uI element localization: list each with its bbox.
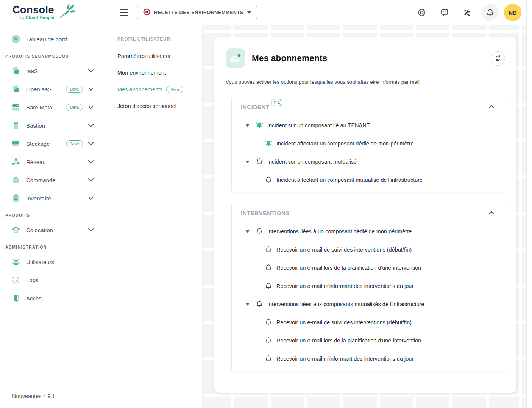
sidebar-section-title: PRODUITS <box>5 213 105 217</box>
tools-icon[interactable] <box>459 4 476 21</box>
bell-inactive-icon[interactable] <box>264 282 273 290</box>
chevron-down-icon <box>88 106 94 109</box>
bell-inactive-icon[interactable] <box>255 300 264 308</box>
sidebar-item-reseau[interactable]: Réseau <box>0 154 105 170</box>
bell-inactive-icon[interactable] <box>255 227 264 236</box>
door-icon <box>11 293 21 303</box>
chevron-down-icon <box>88 160 94 163</box>
bell-inactive-icon[interactable] <box>264 245 273 254</box>
sidebar-item-openiaas[interactable]: OpenIaaS Bêta <box>0 81 105 97</box>
sidebar-item-utilisateurs[interactable]: Utilisateurs <box>0 254 105 270</box>
page-title: Mes abonnements <box>252 53 327 63</box>
sidebar-item-logs[interactable]: Logs <box>0 272 105 288</box>
user-avatar[interactable]: NB <box>504 4 521 21</box>
chevron-down-icon <box>88 228 94 231</box>
help-lifebuoy-icon[interactable] <box>413 4 431 21</box>
cocarde-icon <box>143 8 150 17</box>
sidebar-section-title: ADMINISTRATION <box>5 245 105 249</box>
profile-submenu: PROFIL UTILISATEUR Paramètres utilisateu… <box>105 25 203 408</box>
chevron-down-icon <box>88 124 94 127</box>
bell-inactive-icon[interactable] <box>264 355 273 363</box>
users-icon <box>11 257 21 267</box>
chevron-down-icon <box>88 178 94 181</box>
notifications-bell-icon[interactable] <box>481 4 499 21</box>
refresh-button[interactable] <box>491 51 505 66</box>
incident-count-badge: 1 <box>271 99 282 106</box>
subscription-row: Incident affectant un composant mutualis… <box>232 171 505 189</box>
group-title: INTERVENTIONS <box>241 210 290 216</box>
subscription-row: Recevoir un e-mail de suivi des interven… <box>232 241 505 259</box>
bell-inactive-icon[interactable] <box>264 176 273 184</box>
logo-text: Console by Cloud Temple <box>12 5 54 20</box>
subscription-row: Recevoir un e-mail m'informant des inter… <box>232 350 505 368</box>
environment-selector[interactable]: RECETTE DES ENVIRONNEMMENTS <box>137 6 257 19</box>
page-subtitle: Vous pouvez activer les options pour les… <box>226 79 505 85</box>
collapse-toggle-icon[interactable] <box>245 230 250 233</box>
new-badge: New <box>66 140 83 147</box>
cloud-icon <box>11 84 21 94</box>
sidebar-item-colocation[interactable]: Colocation <box>0 222 105 238</box>
clipboard-icon <box>11 193 21 203</box>
group-header: INTERVENTIONS <box>232 203 505 222</box>
beta-badge: Bêta <box>66 104 83 111</box>
sidebar-footer: Nouveautés 4.9.1 <box>0 384 105 408</box>
subscription-row: Interventions liées à un composant dédié… <box>232 222 505 241</box>
chevron-up-icon[interactable] <box>487 210 496 216</box>
card-header: Mes abonnements <box>226 48 505 69</box>
submenu-title: PROFIL UTILISATEUR <box>117 36 202 42</box>
chevron-up-icon[interactable] <box>487 104 496 110</box>
sidebar-item-dashboard[interactable]: Tableau de bord <box>0 31 105 47</box>
bell-inactive-icon[interactable] <box>264 318 273 327</box>
cloud-icon <box>11 66 21 76</box>
collapse-toggle-icon[interactable] <box>245 160 250 163</box>
subscription-row: Recevoir un e-mail lors de la planificat… <box>232 331 505 350</box>
gauge-icon <box>11 34 21 44</box>
sidebar-section-title: PRODUITS SECNUMCLOUD <box>5 54 105 58</box>
sidebar-item-stockage[interactable]: Stockage New <box>0 136 105 152</box>
release-notes-link[interactable]: Nouveautés 4.9.1 <box>12 393 55 399</box>
sidebar-item-bare-metal[interactable]: Bare Metal Bêta <box>0 99 105 115</box>
logo[interactable]: Console by Cloud Temple <box>0 0 105 25</box>
storage-drive-icon <box>11 139 21 149</box>
sidebar-item-commande[interactable]: Commande <box>0 172 105 188</box>
scrollbar-track[interactable] <box>526 0 532 408</box>
subscription-row: Incident affectant un composant dédié de… <box>232 134 505 153</box>
submenu-item-environnement[interactable]: Mon environnement <box>117 65 202 80</box>
submenu-item-jeton[interactable]: Jeton d'accès personnel <box>117 98 202 114</box>
topbar-actions: NB <box>413 4 527 21</box>
server-icon <box>11 102 21 112</box>
submenu-item-parametres[interactable]: Paramètres utilisateur <box>117 48 202 64</box>
feedback-chat-icon[interactable] <box>436 4 453 21</box>
sidebar-item-iaas[interactable]: IaaS <box>0 63 105 79</box>
environment-name: RECETTE DES ENVIRONNEMMENTS <box>154 10 243 15</box>
main-sidebar: Tableau de bord PRODUITS SECNUMCLOUD Iaa… <box>0 25 105 408</box>
collapse-toggle-icon[interactable] <box>245 124 250 127</box>
house-icon <box>11 225 21 235</box>
sidebar-item-acces[interactable]: Accès <box>0 290 105 306</box>
chevron-down-icon <box>88 88 94 91</box>
sidebar-item-bastion[interactable]: Bastion <box>0 117 105 133</box>
menu-hamburger-icon[interactable] <box>120 9 128 16</box>
bell-inactive-icon[interactable] <box>255 158 264 166</box>
sidebar-item-inventaire[interactable]: Inventaire <box>0 190 105 206</box>
beta-badge: Bêta <box>66 86 83 93</box>
subscription-row: Recevoir un e-mail de suivi des interven… <box>232 313 505 331</box>
subscription-row: Incident sur un composant mutualisé <box>232 153 505 171</box>
history-clock-icon <box>11 275 21 285</box>
sidebar-item-label: Tableau de bord <box>26 36 67 42</box>
subscription-row: Recevoir un e-mail m'informant des inter… <box>232 277 505 295</box>
main-content: Mes abonnements Vous pouvez activer les … <box>203 25 527 408</box>
group-title: INCIDENT 1 <box>241 104 270 110</box>
network-icon <box>11 157 21 167</box>
brand-name: Console <box>12 5 54 15</box>
chevron-down-icon <box>88 142 94 145</box>
bell-active-icon[interactable] <box>255 121 264 130</box>
bell-inactive-icon[interactable] <box>264 264 273 272</box>
mail-notification-icon <box>226 48 245 68</box>
submenu-item-abonnements[interactable]: Mes abonnements Bêta <box>117 82 202 97</box>
beta-badge: Bêta <box>166 86 183 93</box>
bell-active-icon[interactable] <box>264 139 273 148</box>
collapse-toggle-icon[interactable] <box>245 303 250 306</box>
tower-icon <box>11 120 21 130</box>
bell-inactive-icon[interactable] <box>264 336 273 345</box>
